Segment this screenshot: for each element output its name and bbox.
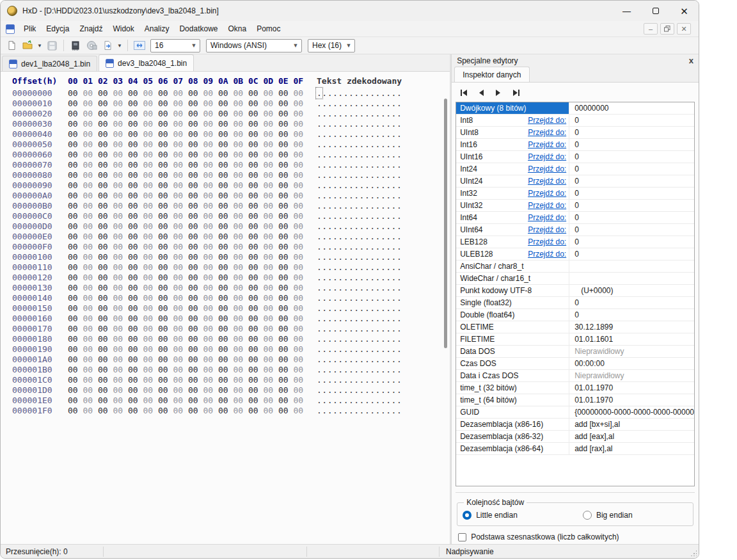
hex-byte[interactable]: 00 [143,160,159,170]
encoding-select[interactable]: Windows (ANSI) ▼ [206,39,302,52]
hex-byte[interactable]: 00 [113,406,129,415]
decoded-text[interactable]: ................ [317,262,402,272]
hex-byte[interactable]: 00 [173,396,189,405]
hex-byte[interactable]: 00 [294,283,309,292]
decoded-text[interactable]: ................ [317,88,402,98]
hex-byte[interactable]: 00 [188,191,203,200]
hex-byte[interactable]: 00 [158,99,173,108]
decoded-text[interactable]: ................ [317,355,402,364]
decoded-text[interactable]: ................ [317,293,402,303]
hex-byte[interactable]: 00 [113,283,129,292]
decoded-text[interactable]: ................ [317,242,402,252]
hex-byte[interactable]: 00 [248,324,264,333]
hex-byte[interactable]: 00 [294,293,309,303]
hex-byte[interactable]: 00 [248,314,264,323]
hex-byte[interactable]: 00 [83,334,99,344]
hex-byte[interactable]: 00 [278,170,294,180]
goto-link[interactable]: Przejdź do: [528,250,566,259]
hex-byte[interactable]: 00 [173,232,189,241]
hex-byte[interactable]: 00 [248,375,264,385]
hex-byte[interactable]: 00 [98,273,113,282]
inspector-row[interactable]: Int8Przejdź do:0 [456,115,694,127]
open-dropdown-caret-icon[interactable]: ▼ [36,43,43,49]
hex-byte[interactable]: 00 [218,232,234,241]
hex-byte[interactable]: 00 [188,406,203,415]
hex-byte[interactable]: 00 [203,119,219,129]
hex-byte[interactable]: 00 [188,303,203,313]
hex-byte[interactable]: 00 [83,242,99,252]
hex-byte[interactable]: 00 [294,375,309,385]
hex-byte[interactable]: 00 [68,150,83,159]
hex-byte[interactable]: 00 [278,396,294,405]
hex-byte[interactable]: 00 [188,344,203,354]
hex-byte[interactable]: 00 [98,355,113,364]
hex-byte[interactable]: 00 [158,191,173,200]
hex-byte[interactable]: 00 [68,232,83,241]
hex-byte[interactable]: 00 [203,99,219,108]
hex-byte[interactable]: 00 [113,201,129,211]
decoded-text[interactable]: ................ [317,334,402,344]
hex-byte[interactable]: 00 [264,262,279,272]
hex-byte[interactable]: 00 [128,109,143,118]
hex-byte[interactable]: 00 [113,252,129,262]
hex-byte[interactable]: 00 [218,119,234,129]
hex-byte[interactable]: 00 [248,191,264,200]
hex-byte[interactable]: 00 [143,88,159,98]
first-byte-button[interactable] [458,88,470,98]
decoded-text[interactable]: ................ [317,129,402,139]
hex-byte[interactable]: 00 [98,293,113,303]
hex-byte[interactable]: 00 [113,355,129,364]
hex-byte[interactable]: 00 [83,273,99,282]
inspector-row[interactable]: Data i Czas DOSNieprawidłowy [456,370,694,382]
hex-byte[interactable]: 00 [173,211,189,221]
inspector-row-value[interactable]: add [rax],al [569,444,694,453]
hex-byte[interactable]: 00 [203,324,219,333]
inspector-row[interactable]: LEB128Przejdź do:0 [456,236,694,248]
hex-byte[interactable]: 00 [128,242,143,252]
inspector-row-value[interactable]: 0 [569,152,694,161]
hex-byte[interactable]: 00 [158,293,173,303]
hex-byte[interactable]: 00 [98,406,113,415]
hex-byte[interactable]: 00 [158,365,173,374]
hex-byte[interactable]: 00 [188,283,203,292]
hex-byte[interactable]: 00 [294,99,309,108]
hex-byte[interactable]: 00 [218,344,234,354]
decoded-text[interactable]: ................ [317,252,402,262]
hex-byte[interactable]: 00 [173,119,189,129]
hex-byte[interactable]: 00 [158,355,173,364]
decoded-text[interactable]: ................ [317,396,402,405]
hex-byte[interactable]: 00 [128,160,143,170]
hex-byte[interactable]: 00 [113,221,129,231]
hex-byte[interactable]: 00 [278,211,294,221]
hex-byte[interactable]: 00 [83,324,99,333]
decoded-text[interactable]: ................ [317,283,402,292]
hex-byte[interactable]: 00 [218,314,234,323]
hex-byte[interactable]: 00 [234,99,249,108]
hex-byte[interactable]: 00 [83,303,99,313]
hex-byte[interactable]: 00 [278,88,294,98]
hex-byte[interactable]: 00 [248,385,264,395]
hex-byte[interactable]: 00 [248,140,264,149]
hex-byte[interactable]: 00 [188,396,203,405]
hex-byte[interactable]: 00 [173,334,189,344]
inspector-row[interactable]: UInt32Przejdź do:0 [456,200,694,212]
hex-byte[interactable]: 00 [234,201,249,211]
hex-byte[interactable]: 00 [83,344,99,354]
hex-byte[interactable]: 00 [264,385,279,395]
hex-byte[interactable]: 00 [68,314,83,323]
hex-byte[interactable]: 00 [98,180,113,190]
hex-byte[interactable]: 00 [113,99,129,108]
hex-byte[interactable]: 00 [128,221,143,231]
hex-byte[interactable]: 00 [173,180,189,190]
hex-byte[interactable]: 00 [143,252,159,262]
big-endian-option[interactable]: Big endian [583,511,633,520]
hex-byte[interactable]: 00 [143,314,159,323]
hex-byte[interactable]: 00 [98,242,113,252]
hex-byte[interactable]: 00 [248,119,264,129]
hex-byte[interactable]: 00 [158,160,173,170]
hex-byte[interactable]: 00 [83,385,99,395]
hex-byte[interactable]: 00 [203,252,219,262]
hex-byte[interactable]: 00 [158,273,173,282]
inspector-row-value[interactable]: 0 [569,298,694,307]
hex-byte[interactable]: 00 [264,232,279,241]
